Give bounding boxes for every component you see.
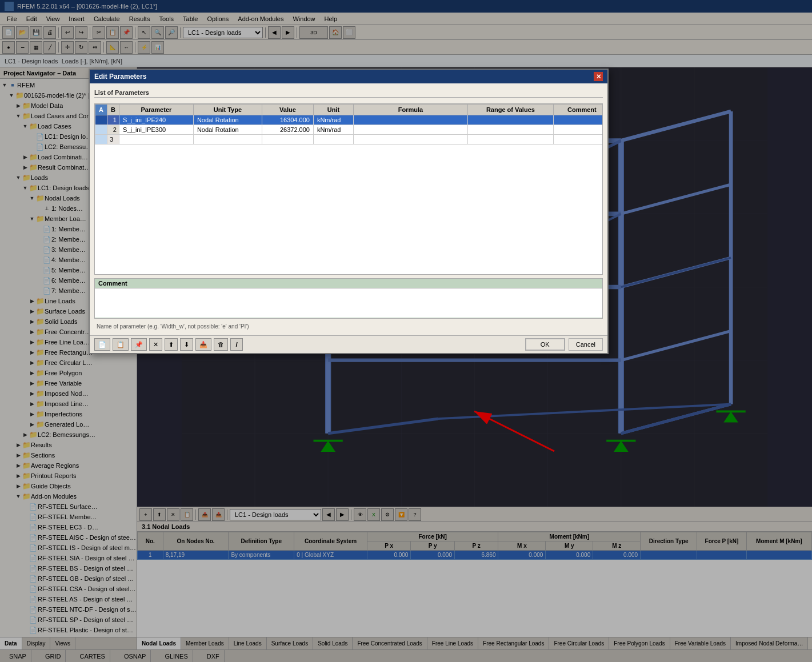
param-table: A B Parameter Unit Type Value Unit Formu… (95, 104, 603, 145)
modal-tb-import[interactable]: 📥 (195, 338, 211, 351)
modal-actions: OK Cancel (525, 338, 603, 351)
cancel-button[interactable]: Cancel (569, 338, 603, 351)
modal-title-text: Edit Parameters (94, 73, 146, 81)
modal-body: List of Parameters A B Parameter Unit Ty… (90, 83, 607, 335)
param-row3-unit (313, 135, 353, 145)
param-row1-comment (553, 115, 603, 125)
modal-title-bar: Edit Parameters ✕ (90, 70, 607, 83)
param-row1-name: S_j_ini_IPE240 (119, 115, 193, 125)
modal-tb-delete2[interactable]: 🗑 (214, 338, 228, 351)
modal-tb-copy[interactable]: 📋 (113, 338, 129, 351)
modal-tb-up[interactable]: ⬆ (165, 338, 178, 351)
param-hint: Name of parameter (e.g. 'Width_w', not p… (94, 322, 603, 331)
param-row-1[interactable]: 1 S_j_ini_IPE240 Nodal Rotation 16304.00… (95, 115, 603, 125)
modal-tb-down[interactable]: ⬇ (180, 338, 193, 351)
modal-tb-new[interactable]: 📄 (94, 338, 110, 351)
param-row3-unittype (193, 135, 262, 145)
col-value-header: Value (262, 105, 313, 115)
col-unit-header: Unit (313, 105, 353, 115)
modal-section-label: List of Parameters (94, 88, 603, 98)
param-row2-value: 26372.000 (262, 125, 313, 135)
modal-overlay: Edit Parameters ✕ List of Parameters A B… (0, 0, 812, 662)
comment-section: Comment (94, 278, 603, 319)
param-row-3-empty[interactable]: 3 (95, 135, 603, 145)
param-row2-name: S_j_ini_IPE300 (119, 125, 193, 135)
col-comment-header: Comment (553, 105, 603, 115)
param-row3-comment (553, 135, 603, 145)
param-row-2[interactable]: 2 S_j_ini_IPE300 Nodal Rotation 26372.00… (95, 125, 603, 135)
modal-close-button[interactable]: ✕ (594, 72, 603, 81)
param-row2-num: 2 (107, 125, 119, 135)
param-row1-a (95, 115, 107, 125)
modal-tb-paste[interactable]: 📌 (131, 338, 147, 351)
col-param-header: Parameter (119, 105, 193, 115)
param-row1-value: 16304.000 (262, 115, 313, 125)
param-row3-name (119, 135, 193, 145)
param-row3-num: 3 (107, 135, 119, 145)
edit-parameters-dialog: Edit Parameters ✕ List of Parameters A B… (89, 69, 609, 354)
comment-input[interactable] (95, 288, 602, 317)
col-formula-header: Formula (353, 105, 467, 115)
modal-tb-delete[interactable]: ✕ (149, 338, 162, 351)
parameter-grid[interactable]: A B Parameter Unit Type Value Unit Formu… (94, 103, 603, 275)
param-row1-range (467, 115, 553, 125)
col-range-header: Range of Values (467, 105, 553, 115)
comment-label: Comment (95, 279, 602, 288)
param-row1-num: 1 (107, 115, 119, 125)
param-row2-unittype: Nodal Rotation (193, 125, 262, 135)
ok-button[interactable]: OK (525, 338, 565, 351)
param-row2-formula (353, 125, 467, 135)
param-row3-range (467, 135, 553, 145)
col-b-header: B (107, 105, 119, 115)
param-row1-formula (353, 115, 467, 125)
modal-tb-info[interactable]: i (230, 338, 243, 351)
param-row2-range (467, 125, 553, 135)
param-row2-a (95, 125, 107, 135)
param-row3-a (95, 135, 107, 145)
col-unittype-header: Unit Type (193, 105, 262, 115)
modal-toolbar: 📄 📋 📌 ✕ ⬆ ⬇ 📥 🗑 i OK Cancel (90, 335, 607, 353)
param-row2-comment (553, 125, 603, 135)
param-row3-value (262, 135, 313, 145)
param-row3-formula (353, 135, 467, 145)
col-a-header: A (95, 105, 107, 115)
param-row2-unit: kNm/rad (313, 125, 353, 135)
param-row1-unit: kNm/rad (313, 115, 353, 125)
param-row1-unittype: Nodal Rotation (193, 115, 262, 125)
